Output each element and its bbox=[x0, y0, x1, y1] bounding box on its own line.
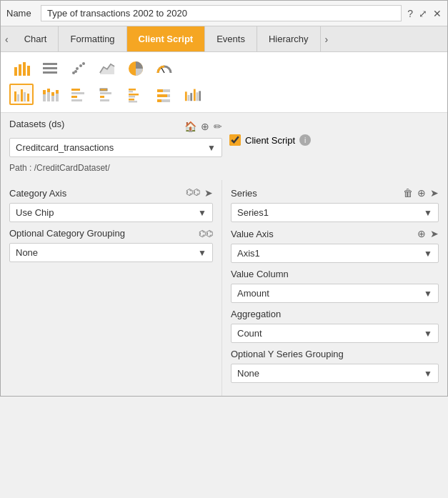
series-add-icon[interactable]: ⊕ bbox=[417, 187, 426, 199]
list-chart-icon[interactable] bbox=[38, 58, 62, 79]
aggregation-dropdown[interactable]: Count ▼ bbox=[231, 324, 439, 343]
chart-icons-area bbox=[1, 52, 447, 113]
svg-point-8 bbox=[76, 67, 79, 70]
grouped-hbar-icon[interactable] bbox=[124, 84, 148, 105]
stacked-bar-icon[interactable] bbox=[38, 84, 62, 105]
chart-icons-row1 bbox=[9, 58, 439, 79]
datasets-add-icon[interactable]: ⊕ bbox=[201, 121, 209, 132]
gauge-chart-icon[interactable] bbox=[152, 58, 176, 79]
svg-rect-45 bbox=[157, 94, 167, 97]
svg-rect-44 bbox=[163, 89, 170, 92]
svg-rect-51 bbox=[190, 93, 192, 101]
svg-rect-2 bbox=[23, 62, 26, 76]
title-input[interactable] bbox=[41, 5, 402, 21]
series-delete-icon[interactable]: 🗑 bbox=[403, 187, 413, 199]
optional-y-series-grouping-label: Optional Y Series Grouping bbox=[231, 349, 439, 359]
tab-right-arrow[interactable]: › bbox=[321, 28, 333, 51]
datasets-edit-icon[interactable]: ✏ bbox=[214, 121, 222, 132]
datasets-row: Datasets (ds) 🏠 ⊕ ✏ bbox=[9, 119, 222, 134]
svg-rect-40 bbox=[129, 96, 135, 98]
value-axis-arrow: ▼ bbox=[424, 249, 432, 259]
datasets-home-icon[interactable]: 🏠 bbox=[184, 121, 196, 132]
svg-rect-36 bbox=[100, 99, 109, 101]
client-script-info-icon[interactable]: i bbox=[299, 134, 311, 146]
category-axis-label: Category Axis bbox=[9, 188, 66, 199]
series-send-icon[interactable]: ➤ bbox=[430, 187, 439, 199]
series-dropdown[interactable]: Series1 ▼ bbox=[231, 203, 439, 222]
svg-rect-49 bbox=[185, 91, 187, 101]
multi-bar-icon[interactable] bbox=[181, 84, 205, 105]
tab-formatting[interactable]: Formatting bbox=[59, 26, 126, 51]
datasets-dropdown[interactable]: Creditcard_transactions ▼ bbox=[9, 138, 222, 157]
value-column-arrow: ▼ bbox=[424, 289, 432, 299]
svg-rect-42 bbox=[129, 101, 137, 103]
datasets-path: Path : /CreditCardDataset/ bbox=[9, 163, 222, 173]
svg-rect-23 bbox=[47, 89, 50, 92]
aggregation-value: Count bbox=[237, 328, 262, 339]
main-window: Name ? ⤢ ✕ ‹ Chart Formatting Client Scr… bbox=[0, 0, 448, 397]
datasets-icons: 🏠 ⊕ ✏ bbox=[184, 121, 222, 132]
svg-rect-24 bbox=[51, 96, 54, 101]
svg-rect-41 bbox=[129, 99, 134, 101]
series-value: Series1 bbox=[237, 207, 269, 218]
svg-rect-1 bbox=[19, 64, 21, 76]
help-icon[interactable]: ? bbox=[407, 8, 413, 19]
svg-point-10 bbox=[82, 62, 85, 65]
tab-hierarchy[interactable]: Hierarchy bbox=[257, 26, 321, 51]
optional-category-grouping-arrow: ▼ bbox=[198, 248, 206, 258]
title-bar-icons: ? ⤢ ✕ bbox=[407, 8, 442, 19]
value-axis-send-icon[interactable]: ➤ bbox=[430, 228, 439, 239]
svg-rect-22 bbox=[47, 92, 50, 101]
optional-y-series-grouping-dropdown[interactable]: None ▼ bbox=[231, 364, 439, 383]
svg-rect-53 bbox=[196, 92, 199, 101]
svg-rect-6 bbox=[43, 71, 57, 74]
optional-category-grouping-dropdown[interactable]: None ▼ bbox=[9, 243, 213, 262]
pie-chart-icon[interactable] bbox=[124, 58, 148, 79]
value-axis-dropdown[interactable]: Axis1 ▼ bbox=[231, 244, 439, 263]
tab-chart[interactable]: Chart bbox=[13, 26, 59, 51]
grouped-bar-selected-icon[interactable] bbox=[9, 84, 34, 105]
svg-rect-3 bbox=[27, 66, 30, 76]
optional-category-grouping-value: None bbox=[16, 247, 38, 258]
svg-rect-29 bbox=[71, 92, 84, 94]
left-panel: Category Axis ⌬⌬ ➤ Use Chip ▼ Optional C… bbox=[1, 180, 222, 396]
hbar-icon[interactable] bbox=[66, 84, 91, 105]
hbar2-icon[interactable] bbox=[95, 84, 119, 105]
close-icon[interactable]: ✕ bbox=[433, 8, 442, 19]
resize-icon[interactable]: ⤢ bbox=[419, 8, 427, 19]
area-chart-icon[interactable] bbox=[95, 58, 119, 79]
optional-y-series-grouping-arrow: ▼ bbox=[424, 369, 432, 379]
stacked-hbar-icon[interactable] bbox=[152, 84, 176, 105]
aggregation-arrow: ▼ bbox=[424, 329, 432, 339]
aggregation-label: Aggregation bbox=[231, 309, 439, 319]
tab-client-script[interactable]: Client Script bbox=[127, 26, 206, 51]
svg-rect-34 bbox=[100, 92, 111, 94]
tab-events[interactable]: Events bbox=[205, 26, 257, 51]
value-axis-value: Axis1 bbox=[237, 248, 260, 259]
svg-rect-28 bbox=[71, 89, 80, 91]
datasets-label: Datasets (ds) bbox=[9, 119, 64, 129]
category-axis-topology-icon[interactable]: ⌬⌬ bbox=[186, 187, 200, 199]
svg-point-11 bbox=[74, 70, 77, 73]
svg-rect-47 bbox=[157, 99, 161, 102]
client-script-section: Client Script i bbox=[229, 119, 439, 151]
svg-point-9 bbox=[79, 64, 82, 67]
category-axis-send-icon[interactable]: ➤ bbox=[204, 187, 213, 199]
client-script-row: Client Script i bbox=[229, 134, 439, 146]
svg-rect-31 bbox=[71, 99, 82, 101]
value-column-dropdown[interactable]: Amount ▼ bbox=[231, 284, 439, 303]
tabs-bar: ‹ Chart Formatting Client Script Events … bbox=[1, 26, 447, 52]
category-axis-dropdown[interactable]: Use Chip ▼ bbox=[9, 203, 213, 222]
tab-left-arrow[interactable]: ‹ bbox=[1, 28, 13, 51]
value-axis-add-icon[interactable]: ⊕ bbox=[417, 228, 426, 239]
client-script-label: Client Script bbox=[245, 135, 295, 146]
scatter-chart-icon[interactable] bbox=[66, 58, 91, 79]
bar-chart-icon[interactable] bbox=[9, 58, 34, 79]
svg-rect-54 bbox=[199, 91, 201, 101]
svg-rect-19 bbox=[27, 94, 29, 101]
value-column-value: Amount bbox=[237, 288, 269, 299]
optional-grouping-topology-icon[interactable]: ⌬⌬ bbox=[199, 229, 213, 239]
svg-rect-46 bbox=[167, 94, 170, 97]
client-script-checkbox[interactable] bbox=[229, 134, 241, 146]
svg-rect-48 bbox=[161, 99, 170, 102]
